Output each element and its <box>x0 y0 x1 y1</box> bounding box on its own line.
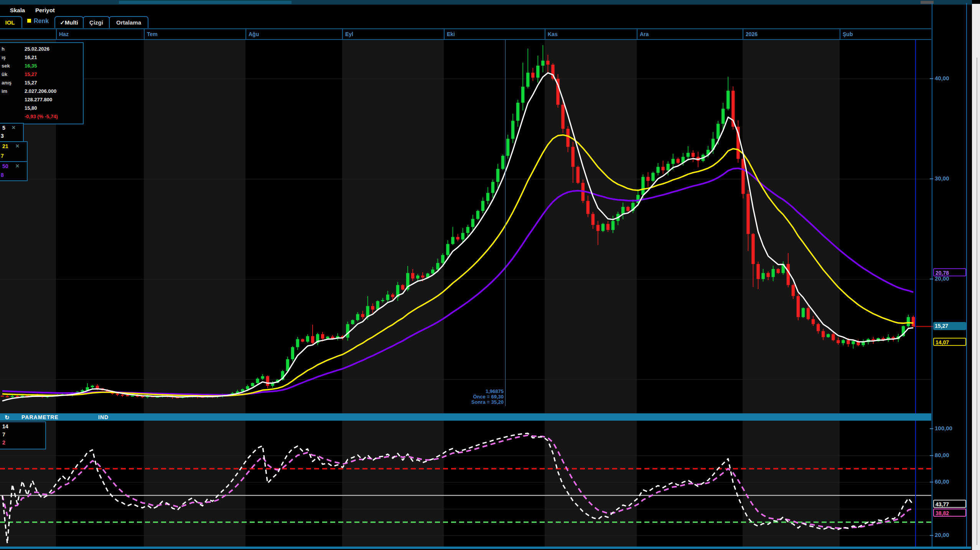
candle-body[interactable] <box>827 334 830 337</box>
candle-body[interactable] <box>126 395 129 396</box>
candle-body[interactable] <box>641 177 644 195</box>
candle-body[interactable] <box>351 320 354 324</box>
candle-body[interactable] <box>416 276 419 279</box>
candle-body[interactable] <box>481 201 484 211</box>
candle-body[interactable] <box>792 285 795 296</box>
candle-body[interactable] <box>692 153 695 157</box>
candle-body[interactable] <box>716 124 720 139</box>
candle-body[interactable] <box>141 396 144 397</box>
candle-body[interactable] <box>566 129 569 147</box>
candle-body[interactable] <box>296 339 299 347</box>
candle-body[interactable] <box>251 383 254 386</box>
candle-body[interactable] <box>356 314 359 320</box>
candle-body[interactable] <box>726 91 730 109</box>
scrollbar-thumb[interactable] <box>977 58 977 545</box>
candle-body[interactable] <box>761 273 764 279</box>
candle-body[interactable] <box>807 308 810 319</box>
candle-body[interactable] <box>746 194 749 234</box>
candle-body[interactable] <box>446 244 449 255</box>
candle-body[interactable] <box>576 167 580 183</box>
candle-body[interactable] <box>431 269 434 273</box>
candle-body[interactable] <box>822 331 825 337</box>
candle-body[interactable] <box>687 153 690 157</box>
candle-body[interactable] <box>381 300 384 301</box>
candle-body[interactable] <box>912 317 915 327</box>
candle-body[interactable] <box>621 207 624 214</box>
candle-body[interactable] <box>541 61 544 66</box>
candle-body[interactable] <box>606 224 609 230</box>
candle-body[interactable] <box>496 169 499 182</box>
candle-body[interactable] <box>471 219 474 227</box>
candle-body[interactable] <box>516 103 519 121</box>
candle-body[interactable] <box>572 147 575 167</box>
candle-body[interactable] <box>797 296 800 317</box>
candle-body[interactable] <box>401 285 404 290</box>
candle-body[interactable] <box>661 167 664 170</box>
close-icon[interactable]: ✕ <box>12 125 16 130</box>
candle-body[interactable] <box>861 342 865 345</box>
candle-body[interactable] <box>436 263 439 269</box>
candle-body[interactable] <box>421 276 424 277</box>
candle-body[interactable] <box>591 214 595 225</box>
candle-body[interactable] <box>91 386 94 387</box>
candle-body[interactable] <box>772 269 775 277</box>
candle-body[interactable] <box>751 234 754 264</box>
candle-body[interactable] <box>511 121 514 139</box>
candle-body[interactable] <box>386 294 389 300</box>
scrollbar[interactable] <box>972 4 980 550</box>
candle-body[interactable] <box>842 340 845 343</box>
candle-body[interactable] <box>626 207 629 211</box>
chart-canvas[interactable] <box>0 0 980 550</box>
candle-body[interactable] <box>291 347 294 359</box>
candle-body[interactable] <box>11 396 14 397</box>
candle-body[interactable] <box>116 394 119 395</box>
candle-body[interactable] <box>456 237 459 239</box>
candle-body[interactable] <box>261 376 264 379</box>
candle-body[interactable] <box>777 269 780 273</box>
candle-body[interactable] <box>646 177 649 181</box>
candle-body[interactable] <box>611 221 614 230</box>
candle-body[interactable] <box>656 167 659 173</box>
candle-body[interactable] <box>501 156 504 169</box>
candle-body[interactable] <box>546 61 549 64</box>
candle-body[interactable] <box>561 105 564 129</box>
candle-body[interactable] <box>451 237 454 244</box>
candle-body[interactable] <box>16 396 19 397</box>
close-icon[interactable]: ✕ <box>15 143 20 149</box>
candle-body[interactable] <box>476 211 479 219</box>
candle-body[interactable] <box>391 294 394 297</box>
candle-body[interactable] <box>907 317 910 326</box>
candle-body[interactable] <box>586 201 590 214</box>
close-icon[interactable]: ✕ <box>15 163 20 169</box>
candle-body[interactable] <box>1 396 4 396</box>
candle-body[interactable] <box>817 324 820 331</box>
candle-body[interactable] <box>852 341 855 344</box>
candle-body[interactable] <box>596 225 600 231</box>
candle-body[interactable] <box>721 109 725 124</box>
candle-body[interactable] <box>666 164 669 170</box>
candle-body[interactable] <box>521 87 524 103</box>
candle-body[interactable] <box>486 193 489 201</box>
candle-body[interactable] <box>837 340 840 343</box>
candle-body[interactable] <box>536 66 539 78</box>
candle-body[interactable] <box>346 324 349 337</box>
candle-body[interactable] <box>121 395 124 395</box>
candle-body[interactable] <box>256 379 259 383</box>
candle-body[interactable] <box>651 173 654 181</box>
candle-body[interactable] <box>301 339 304 342</box>
candle-body[interactable] <box>677 159 680 163</box>
candle-body[interactable] <box>787 264 790 285</box>
candle-body[interactable] <box>526 73 529 87</box>
candle-body[interactable] <box>832 334 835 340</box>
candle-body[interactable] <box>506 139 509 156</box>
candle-body[interactable] <box>371 306 374 309</box>
candle-body[interactable] <box>741 159 744 194</box>
candle-body[interactable] <box>266 376 269 386</box>
candle-body[interactable] <box>802 308 805 317</box>
candle-body[interactable] <box>6 396 9 397</box>
candle-body[interactable] <box>672 159 675 164</box>
candle-body[interactable] <box>326 337 329 339</box>
candle-body[interactable] <box>766 273 769 277</box>
candle-body[interactable] <box>531 73 534 78</box>
candle-body[interactable] <box>246 386 249 389</box>
